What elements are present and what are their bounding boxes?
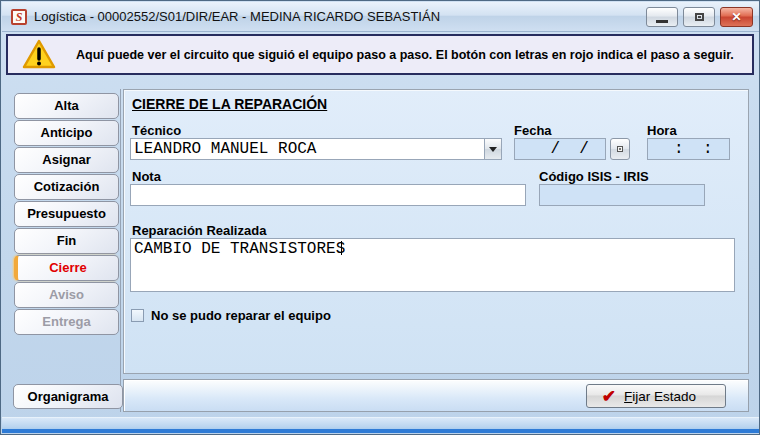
codigo-isis-input[interactable] — [539, 184, 705, 206]
sidebar-item-label: Fin — [57, 233, 77, 248]
reparacion-value: CAMBIO DE TRANSISTORES — [134, 240, 345, 258]
sidebar-item-label: Cierre — [49, 260, 87, 275]
fijar-estado-button[interactable]: ✔ Fijar Estado — [586, 384, 726, 408]
sidebar-item-asignar[interactable]: Asignar — [14, 147, 119, 173]
sidebar-item-entrega: Entrega — [14, 309, 119, 335]
warning-triangle-icon — [22, 39, 56, 70]
fecha-field[interactable]: / / — [514, 138, 606, 160]
reparacion-label: Reparación Realizada — [132, 223, 266, 238]
tecnico-label: Técnico — [132, 123, 181, 138]
sidebar-item-cotizacion[interactable]: Cotización — [14, 174, 119, 200]
organigrama-label: Organigrama — [28, 389, 109, 404]
nota-input[interactable] — [130, 184, 526, 206]
page-title: CIERRE DE LA REPARACIÓN — [132, 96, 327, 112]
organigrama-button[interactable]: Organigrama — [13, 384, 123, 409]
action-bar: ✔ Fijar Estado — [123, 379, 749, 412]
minimize-button[interactable] — [646, 7, 678, 27]
no-reparar-checkbox[interactable] — [131, 309, 144, 322]
hora-label: Hora — [647, 123, 677, 138]
title-bar: S Logística - 00002552/S01/DIR/EAR - MED… — [2, 2, 760, 32]
tecnico-combobox[interactable]: LEANDRO MANUEL ROCA — [130, 138, 502, 160]
text-caret — [341, 241, 342, 255]
app-logo-icon: S — [11, 9, 27, 25]
window-controls: ✕ — [646, 7, 753, 27]
sidebar-item-alta[interactable]: Alta — [14, 93, 119, 119]
sidebar-item-cierre[interactable]: Cierre — [14, 255, 119, 281]
close-icon: ✕ — [721, 8, 752, 26]
sidebar-item-label: Aviso — [49, 287, 84, 302]
reparacion-textarea[interactable]: CAMBIO DE TRANSISTORES — [130, 238, 735, 292]
window-frame-bottom — [2, 417, 760, 433]
window-title: Logística - 00002552/S01/DIR/EAR - MEDIN… — [34, 2, 440, 32]
chevron-down-icon — [489, 147, 497, 152]
hora-field[interactable]: : : — [647, 138, 730, 160]
minimize-icon — [656, 20, 668, 23]
close-button[interactable]: ✕ — [720, 7, 753, 27]
sidebar-item-presupuesto[interactable]: Presupuesto — [14, 201, 119, 227]
sidebar-item-label: Presupuesto — [27, 206, 106, 221]
logistica-window: S Logística - 00002552/S01/DIR/EAR - MED… — [0, 0, 760, 435]
sidebar-item-label: Cotización — [34, 179, 100, 194]
calendar-icon — [617, 146, 623, 152]
sidebar-item-aviso: Aviso — [14, 282, 119, 308]
red-check-icon: ✔ — [602, 388, 616, 405]
fecha-label: Fecha — [514, 123, 552, 138]
no-reparar-label[interactable]: No se pudo reparar el equipo — [151, 308, 331, 323]
restore-button[interactable] — [683, 7, 715, 27]
sidebar-divider — [120, 89, 121, 412]
sidebar-item-anticipo[interactable]: Anticipo — [14, 120, 119, 146]
tecnico-dropdown-button[interactable] — [484, 139, 501, 159]
restore-icon — [695, 13, 704, 21]
sidebar-item-label: Alta — [54, 98, 79, 113]
cierre-form-panel: CIERRE DE LA REPARACIÓN Técnico LEANDRO … — [123, 89, 749, 374]
calendar-picker-button[interactable] — [610, 138, 630, 160]
nota-label: Nota — [132, 169, 161, 184]
sidebar-item-label: Asignar — [42, 152, 90, 167]
info-banner: Aquí puede ver el circuito que siguió el… — [6, 34, 754, 75]
sidebar-item-fin[interactable]: Fin — [14, 228, 119, 254]
tecnico-value: LEANDRO MANUEL ROCA — [131, 139, 484, 159]
fijar-estado-label: Fijar Estado — [624, 389, 696, 404]
sidebar-item-label: Entrega — [42, 314, 90, 329]
banner-message: Aquí puede ver el circuito que siguió el… — [76, 48, 734, 62]
codigo-isis-label: Código ISIS - IRIS — [539, 169, 649, 184]
sidebar-item-label: Anticipo — [41, 125, 93, 140]
